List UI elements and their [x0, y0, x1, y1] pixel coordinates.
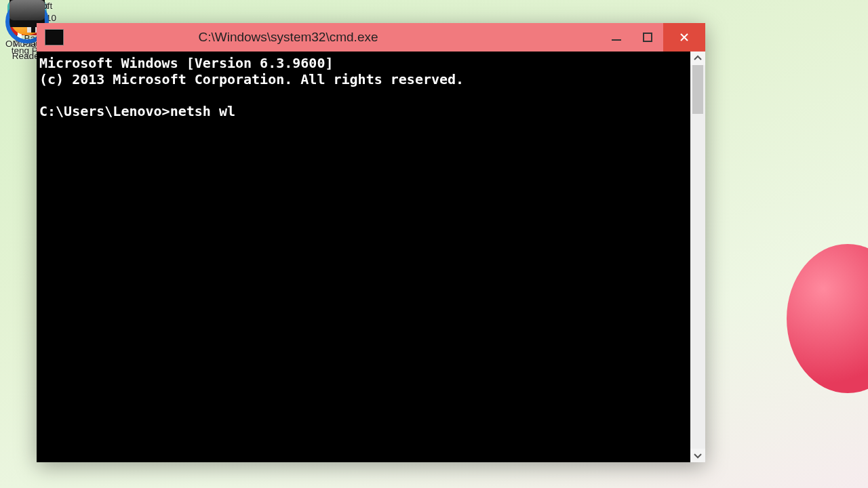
chevron-up-icon [694, 54, 702, 62]
window-client: Microsoft Windows [Version 6.3.9600] (c)… [37, 52, 705, 462]
close-button[interactable] [663, 23, 705, 52]
scroll-down-button[interactable] [690, 449, 705, 462]
svg-rect-1 [644, 33, 652, 41]
minimize-icon [612, 33, 621, 42]
scrollbar-thumb[interactable] [692, 65, 703, 114]
tool-icon [9, 0, 45, 20]
terminal[interactable]: Microsoft Windows [Version 6.3.9600] (c)… [37, 52, 690, 462]
desktop: DAT ngdut au dua DAT Dangdu Secawa 1. Ba… [0, 0, 868, 488]
titlebar[interactable]: C:\Windows\system32\cmd.exe [37, 23, 705, 52]
cmd-icon[interactable] [45, 29, 64, 45]
close-icon [679, 33, 689, 42]
maximize-button[interactable] [632, 23, 663, 52]
maximize-icon [643, 33, 652, 42]
terminal-banner: Microsoft Windows [Version 6.3.9600] [39, 55, 333, 71]
cmd-window: C:\Windows\system32\cmd.exe Microsoft Wi… [37, 23, 705, 462]
window-title: C:\Windows\system32\cmd.exe [71, 30, 601, 45]
svg-rect-0 [612, 39, 621, 41]
scrollbar-track[interactable] [690, 65, 705, 449]
chevron-down-icon [694, 451, 702, 460]
scroll-up-button[interactable] [690, 52, 705, 65]
terminal-banner: (c) 2013 Microsoft Corporation. All righ… [39, 71, 464, 87]
minimize-button[interactable] [601, 23, 632, 52]
terminal-input[interactable]: netsh wl [170, 103, 235, 119]
window-buttons [601, 23, 705, 52]
terminal-prompt: C:\Users\Lenovo> [39, 103, 170, 119]
desktop-icon[interactable] [0, 0, 54, 23]
vertical-scrollbar[interactable] [690, 52, 705, 462]
wallpaper-accent [787, 244, 868, 393]
